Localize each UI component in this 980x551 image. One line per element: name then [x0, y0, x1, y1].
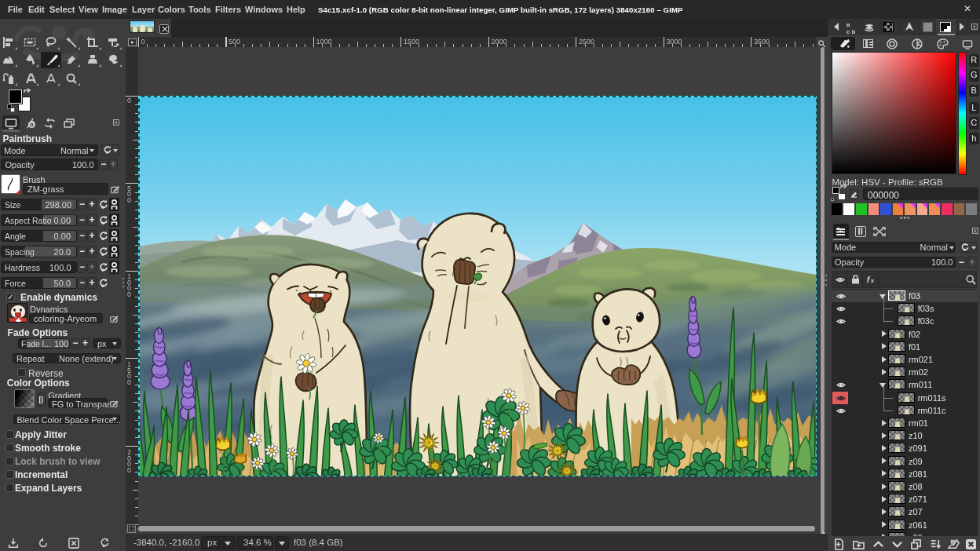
- svg-text:o: o: [30, 122, 33, 127]
